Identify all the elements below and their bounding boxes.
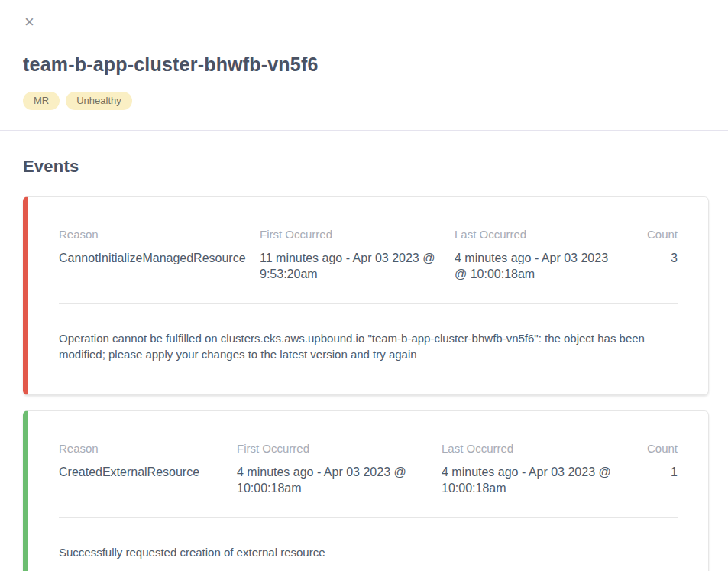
column-header-reason: Reason (59, 228, 260, 241)
event-card-error: Reason First Occurred Last Occurred Coun… (23, 196, 709, 395)
page-title: team-b-app-cluster-bhwfb-vn5f6 (23, 54, 705, 76)
column-header-first-occurred: First Occurred (237, 442, 442, 455)
events-heading: Events (23, 157, 709, 177)
column-header-reason: Reason (59, 442, 237, 455)
close-icon[interactable]: × (23, 11, 36, 34)
event-message: Successfully requested creation of exter… (59, 544, 678, 571)
event-table: Reason First Occurred Last Occurred Coun… (59, 442, 678, 496)
panel-header: × team-b-app-cluster-bhwfb-vn5f6 MR Unhe… (0, 0, 728, 110)
event-count: 1 (632, 464, 678, 496)
event-first-occurred: 4 minutes ago - Apr 03 2023 @ 10:00:18am (237, 464, 442, 496)
event-count: 3 (632, 250, 678, 282)
event-first-occurred: 11 minutes ago - Apr 03 2023 @ 9:53:20am (260, 250, 455, 282)
column-header-last-occurred: Last Occurred (442, 442, 632, 455)
event-last-occurred: 4 minutes ago - Apr 03 2023 @ 10:00:18am (442, 464, 632, 496)
card-divider (59, 517, 678, 518)
kind-badge: MR (23, 92, 60, 110)
event-last-occurred: 4 minutes ago - Apr 03 2023 @ 10:00:18am (455, 250, 632, 282)
event-card-success: Reason First Occurred Last Occurred Coun… (23, 410, 709, 571)
health-status-badge: Unhealthy (66, 92, 132, 110)
column-header-last-occurred: Last Occurred (455, 228, 632, 241)
column-header-count: Count (632, 228, 678, 241)
badge-row: MR Unhealthy (23, 92, 705, 110)
event-reason: CreatedExternalResource (59, 464, 237, 496)
column-header-first-occurred: First Occurred (260, 228, 455, 241)
event-table: Reason First Occurred Last Occurred Coun… (59, 228, 678, 282)
column-header-count: Count (632, 442, 678, 455)
card-divider (59, 303, 678, 304)
event-message: Operation cannot be fulfilled on cluster… (59, 330, 678, 394)
event-reason: CannotInitializeManagedResource (59, 250, 260, 282)
events-section: Events Reason First Occurred Last Occurr… (0, 131, 728, 571)
